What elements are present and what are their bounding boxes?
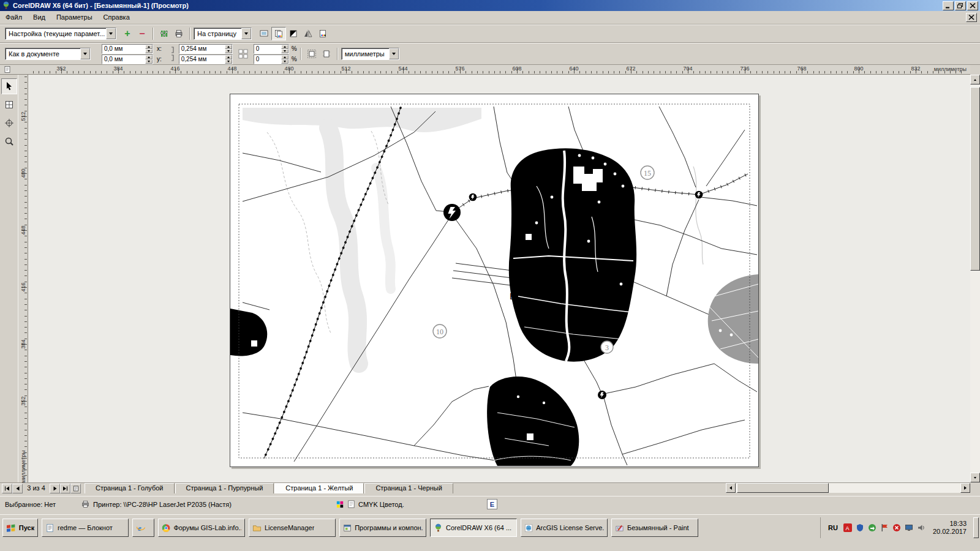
zoom-level-combo[interactable]: На страницу [194, 28, 252, 40]
menu-options[interactable]: Параметры [51, 11, 98, 24]
spin-up-button[interactable] [281, 45, 288, 49]
print-options-button[interactable] [157, 27, 172, 40]
scroll-left-button[interactable] [726, 483, 736, 493]
chevron-down-icon[interactable] [241, 28, 251, 39]
ruler-tick [141, 71, 141, 73]
next-page-button[interactable] [50, 484, 60, 493]
spin-down-button[interactable] [281, 49, 288, 53]
show-desktop-button[interactable] [973, 517, 979, 538]
spin-down-button[interactable] [225, 59, 232, 64]
link-values-icon [167, 46, 174, 62]
delete-print-style-button[interactable]: − [135, 27, 149, 40]
scroll-up-button[interactable] [970, 75, 980, 84]
imposition-layout-tool[interactable] [1, 97, 17, 113]
preview-canvas[interactable]: 15 10 3 E [28, 75, 970, 482]
chevron-down-icon[interactable] [80, 48, 90, 59]
display-tray-icon[interactable] [905, 523, 914, 533]
taskbar-clock[interactable]: 18:33 20.02.2017 [933, 520, 967, 536]
mirror-button[interactable] [301, 27, 315, 40]
previous-page-button[interactable] [12, 484, 23, 493]
flag-tray-icon[interactable] [880, 523, 889, 533]
spin-up-button[interactable] [145, 45, 153, 49]
taskbar-button-notepad[interactable]: redme — Блокнот [42, 519, 129, 537]
taskbar-button-arcgis[interactable]: ArcGIS License Serve... [521, 519, 608, 537]
error-tray-icon[interactable] [892, 523, 902, 533]
chevron-down-icon[interactable] [389, 48, 399, 59]
ruler-tick [477, 71, 478, 73]
color-separations-button[interactable] [271, 27, 286, 40]
ruler-tick [420, 71, 421, 73]
menu-file[interactable]: Файл [0, 11, 28, 24]
last-page-button[interactable] [60, 484, 70, 493]
marks-placement-tool[interactable] [1, 115, 17, 131]
pick-tool[interactable] [1, 78, 17, 94]
scroll-down-button[interactable] [970, 473, 980, 482]
taskbar-button-programs[interactable]: Программы и компон... [339, 519, 426, 537]
menu-help[interactable]: Справка [98, 11, 135, 24]
position-x-field[interactable]: 0,0 мм [102, 44, 153, 54]
page-tab-yellow[interactable]: Страница 1 - Желтый [274, 483, 364, 493]
marks-position-button[interactable] [319, 47, 334, 61]
add-print-style-button[interactable]: + [120, 27, 135, 40]
pdf-tray-icon[interactable]: A [843, 523, 853, 533]
spin-down-button[interactable] [225, 49, 232, 53]
ruler-tick [603, 71, 603, 73]
overlap-x-value: 0 [256, 45, 260, 52]
taskbar-button-licensemanager[interactable]: LicenseManager [249, 519, 336, 537]
zoom-tool[interactable] [1, 133, 17, 149]
taskbar-button-paint[interactable]: Безымянный - Paint [611, 519, 698, 537]
spin-up-button[interactable] [225, 55, 232, 59]
invert-button[interactable] [286, 27, 301, 40]
spin-up-button[interactable] [281, 55, 288, 59]
update-tray-icon[interactable] [868, 523, 877, 533]
restore-button[interactable] [955, 1, 966, 10]
horizontal-scrollbar[interactable] [726, 483, 970, 493]
ruler-tick [24, 373, 27, 373]
composite-preview-button[interactable] [315, 27, 330, 40]
tile-width-field[interactable]: 0,254 мм [179, 44, 233, 54]
print-button[interactable] [172, 27, 186, 40]
child-close-button[interactable] [966, 13, 977, 22]
imposition-layout-icon [4, 100, 14, 110]
position-y-field[interactable]: 0,0 мм [102, 54, 153, 64]
vertical-scrollbar[interactable] [970, 75, 980, 482]
language-indicator[interactable]: RU [826, 522, 840, 533]
spin-down-button[interactable] [145, 49, 153, 53]
bleed-limit-button[interactable] [304, 47, 319, 61]
start-button[interactable]: Пуск [2, 519, 38, 537]
zone-number-3: 3 [601, 341, 613, 353]
ruler-tick [124, 71, 124, 73]
vertical-scroll-thumb[interactable] [970, 87, 980, 271]
page-tab-black[interactable]: Страница 1 - Черный [364, 483, 453, 493]
spin-up-button[interactable] [145, 55, 153, 59]
close-button[interactable] [967, 1, 978, 10]
overlap-x-field[interactable]: 0 [254, 44, 289, 54]
volume-tray-icon[interactable] [917, 523, 926, 533]
taskbar-button-gis-forum[interactable]: Форумы GIS-Lab.info... [158, 519, 245, 537]
page-list-button[interactable] [70, 484, 81, 493]
menu-view[interactable]: Вид [28, 11, 51, 24]
minimize-button[interactable] [943, 1, 954, 10]
taskbar-button-internet-explorer[interactable]: e [132, 519, 154, 537]
horizontal-scroll-thumb[interactable] [737, 483, 829, 493]
page-tab-cyan[interactable]: Страница 1 - Голубой [85, 483, 175, 493]
tile-height-field[interactable]: 0,254 мм [179, 54, 233, 64]
units-combo[interactable]: миллиметры [341, 48, 399, 60]
internet-explorer-icon: e [136, 523, 146, 533]
spin-up-button[interactable] [225, 45, 232, 49]
first-page-button[interactable] [2, 484, 12, 493]
image-position-combo[interactable]: Как в документе [5, 48, 91, 60]
spin-down-button[interactable] [281, 59, 288, 64]
vertical-ruler[interactable]: миллиметры 512480448416384352 [18, 75, 28, 482]
fullscreen-preview-button[interactable] [257, 27, 271, 40]
shield-tray-icon[interactable] [856, 523, 865, 533]
ruler-origin-icon [4, 66, 12, 75]
spin-down-button[interactable] [145, 59, 153, 64]
taskbar-button-coreldraw[interactable]: CorelDRAW X6 (64 ... [430, 519, 517, 537]
page-tab-magenta[interactable]: Страница 1 - Пурпурный [175, 483, 274, 493]
print-style-combo[interactable]: Настройка (текущие парамет... [5, 28, 116, 40]
overlap-y-field[interactable]: 0 [254, 54, 289, 64]
scroll-right-button[interactable] [960, 483, 970, 493]
horizontal-ruler[interactable]: миллиметры 35238441644848051254457660864… [0, 65, 970, 75]
chevron-down-icon[interactable] [106, 28, 116, 39]
